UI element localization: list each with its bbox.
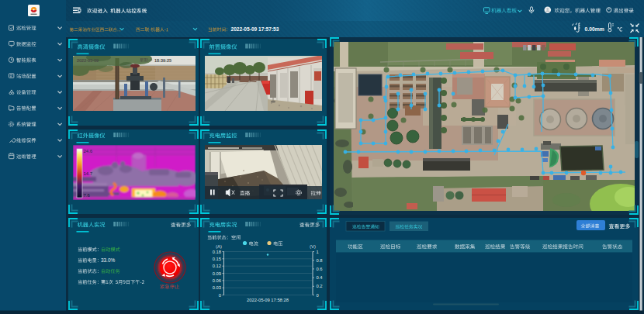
svg-text:33.0%: 33.0% xyxy=(101,257,115,263)
svg-text:2022-05-09 17:57:53: 2022-05-09 17:57:53 xyxy=(231,26,279,32)
svg-text:24.6: 24.6 xyxy=(84,149,93,154)
svg-text:0.8: 0.8 xyxy=(317,258,323,263)
svg-text:0.15: 0.15 xyxy=(213,257,221,261)
svg-text:0.03: 0.03 xyxy=(213,285,221,290)
svg-text:0.00mm: 0.00mm xyxy=(585,26,604,32)
svg-text:0.6: 0.6 xyxy=(317,267,323,271)
svg-text:0.09: 0.09 xyxy=(213,271,221,276)
svg-text:0.18: 0.18 xyxy=(213,250,221,254)
svg-text:1: 1 xyxy=(317,250,319,254)
svg-text:(A): (A) xyxy=(216,244,222,249)
svg-text:14.7: 14.7 xyxy=(84,171,93,176)
svg-text:0.12: 0.12 xyxy=(213,264,221,268)
svg-text:2022-05-09 17:58:28: 2022-05-09 17:58:28 xyxy=(247,298,289,302)
svg-text:(V): (V) xyxy=(310,244,316,249)
svg-text:2022-05-09: 2022-05-09 xyxy=(77,58,99,63)
svg-text:0.06: 0.06 xyxy=(213,278,221,283)
svg-text:0.4: 0.4 xyxy=(317,275,324,280)
svg-text:0: 0 xyxy=(219,293,221,298)
svg-text:0: 0 xyxy=(317,293,319,298)
svg-text:18:39:25: 18:39:25 xyxy=(154,58,171,63)
svg-text:7.6: 7.6 xyxy=(84,193,91,198)
svg-text:0.2: 0.2 xyxy=(317,284,323,288)
